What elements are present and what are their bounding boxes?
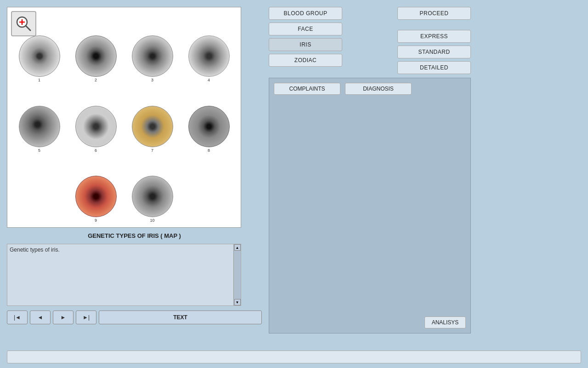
analisys-button[interactable]: ANALISYS <box>424 316 466 328</box>
right-panel: BLOOD GROUP FACE IRIS ZODIAC PROCEED EXP… <box>269 7 471 334</box>
proceed-button[interactable]: PROCEED <box>397 7 471 20</box>
iris-cell-6[interactable]: 6 <box>68 84 123 152</box>
iris-cell-4[interactable]: 4 <box>181 14 236 82</box>
scrollbar-down-btn[interactable]: ▼ <box>234 299 241 305</box>
iris-label-7: 7 <box>151 148 153 153</box>
iris-cell-2[interactable]: 2 <box>68 14 123 82</box>
iris-label-10: 10 <box>150 218 154 223</box>
nav-last-btn[interactable]: ►| <box>76 310 96 324</box>
image-title: GENETIC TYPES OF IRIS ( MAP ) <box>7 232 262 239</box>
iris-cell-9[interactable]: 9 <box>68 155 123 223</box>
zodiac-button[interactable]: ZODIAC <box>269 54 342 67</box>
report-panel: COMPLAINTS DIAGNOSIS ANALISYS <box>269 78 471 334</box>
iris-button[interactable]: IRIS <box>269 38 342 51</box>
iris-map-container: 1 2 3 4 5 <box>7 7 241 228</box>
iris-label-1: 1 <box>38 78 40 82</box>
category-buttons: BLOOD GROUP FACE IRIS ZODIAC <box>269 7 342 67</box>
text-area[interactable]: Genetic types of iris. <box>7 244 233 305</box>
iris-label-3: 3 <box>151 78 153 82</box>
iris-cell-10[interactable]: 10 <box>125 155 180 223</box>
status-bar <box>7 351 581 363</box>
express-button[interactable]: EXPRESS <box>397 30 471 43</box>
iris-label-8: 8 <box>208 148 210 153</box>
standard-button[interactable]: STANDARD <box>397 46 471 58</box>
iris-label-2: 2 <box>95 78 97 82</box>
iris-label-6: 6 <box>95 148 97 153</box>
iris-label-9: 9 <box>95 218 97 223</box>
report-tabs: COMPLAINTS DIAGNOSIS <box>274 83 466 95</box>
detailed-button[interactable]: DETAILED <box>397 61 471 74</box>
scrollbar: ▲ ▼ <box>233 244 241 305</box>
text-area-container: Genetic types of iris. ▲ ▼ <box>7 244 241 306</box>
nav-prev-btn[interactable]: ◄ <box>30 310 51 324</box>
action-buttons: PROCEED EXPRESS STANDARD DETAILED <box>397 7 471 74</box>
iris-cell-8[interactable]: 8 <box>181 84 236 152</box>
text-button[interactable]: TEXT <box>99 310 262 324</box>
diagnosis-tab[interactable]: DIAGNOSIS <box>345 83 412 95</box>
top-buttons-row: BLOOD GROUP FACE IRIS ZODIAC PROCEED EXP… <box>269 7 471 74</box>
magnifier-icon[interactable] <box>11 11 36 36</box>
iris-label-4: 4 <box>208 78 210 82</box>
nav-first-btn[interactable]: |◄ <box>7 310 28 324</box>
complaints-tab[interactable]: COMPLAINTS <box>274 83 340 95</box>
nav-controls: |◄ ◄ ► ►| TEXT <box>7 310 262 324</box>
iris-cell-7[interactable]: 7 <box>125 84 180 152</box>
iris-cell-5[interactable]: 5 <box>12 84 67 152</box>
scrollbar-up-btn[interactable]: ▲ <box>234 244 241 251</box>
svg-line-1 <box>26 26 30 30</box>
iris-grid: 1 2 3 4 5 <box>12 12 236 223</box>
nav-next-btn[interactable]: ► <box>53 310 74 324</box>
report-content-area <box>274 98 466 313</box>
iris-label-5: 5 <box>38 148 40 153</box>
left-panel: 1 2 3 4 5 <box>7 7 262 334</box>
face-button[interactable]: FACE <box>269 23 342 35</box>
iris-cell-3[interactable]: 3 <box>125 14 180 82</box>
blood-group-button[interactable]: BLOOD GROUP <box>269 7 342 20</box>
